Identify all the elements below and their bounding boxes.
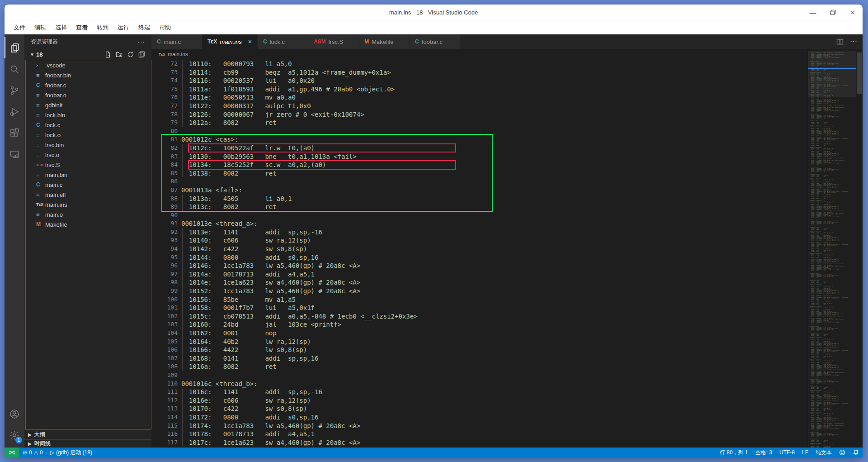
split-editor-icon[interactable]	[836, 38, 844, 45]
code-line-88[interactable]: 88 1013a: 4505 li a0,1	[151, 195, 808, 203]
code-line-82[interactable]: 82 1012c: 100522af lr.w t0,(a0)	[151, 144, 808, 152]
outline-panel-header[interactable]: ▶ 大纲	[24, 429, 151, 439]
menu-item-3[interactable]: 查看	[71, 22, 92, 33]
code-line-75[interactable]: 75 1011a: 1f018593 addi a1,gp,496 # 20ab…	[151, 85, 808, 94]
code-line-104[interactable]: 104 10162: 0001 nop	[151, 329, 808, 338]
scrollbar-slider[interactable]	[857, 52, 862, 94]
code-line-112[interactable]: 112 1016e: c606 sw ra,12(sp)	[151, 396, 808, 405]
activity-extensions[interactable]	[5, 122, 24, 143]
editor-more-icon[interactable]: ···	[850, 38, 857, 46]
code-line-86[interactable]: 86	[151, 177, 808, 186]
code-line-114[interactable]: 114 10172: 0800 addi s0,sp,16	[151, 413, 808, 422]
code-line-73[interactable]: 73 10114: cb99 beqz a5,1012a <frame_dumm…	[151, 68, 808, 77]
workspace-section-header[interactable]: ▼ 18	[24, 49, 151, 60]
new-folder-icon[interactable]	[116, 51, 123, 58]
restore-button[interactable]	[829, 9, 836, 16]
file-item-main.bin[interactable]: ≡main.bin	[26, 170, 151, 180]
menu-item-5[interactable]: 运行	[113, 22, 134, 33]
problems-indicator[interactable]: ⊘ 0 △ 0	[19, 448, 47, 457]
minimap[interactable]: 10110: 00000793 li a5,0 10114: cb99 beqz…	[808, 51, 856, 448]
file-item-lrsc.o[interactable]: ≡lrsc.o	[26, 150, 151, 160]
code-line-77[interactable]: 77 10122: 00000317 auipc t1,0x0	[151, 102, 808, 110]
explorer-more-icon[interactable]: ···	[137, 38, 145, 45]
code-line-103[interactable]: 103 10160: 24bd jal 103ce <printf>	[151, 320, 808, 329]
activity-run-debug[interactable]	[5, 101, 24, 122]
menu-item-4[interactable]: 转到	[92, 22, 113, 33]
code-line-94[interactable]: 94 10142: c422 sw s0,8(sp)	[151, 245, 808, 253]
code-line-74[interactable]: 74 10116: 00020537 lui a0,0x20	[151, 76, 808, 85]
code-view[interactable]: 72 10110: 00000793 li a5,073 10114: cb99…	[151, 60, 808, 448]
code-line-116[interactable]: 116 10178: 00178713 addi a4,a5,1	[151, 430, 808, 438]
title-bar[interactable]: main.ins - 18 - Visual Studio Code — ×	[5, 5, 863, 20]
file-item-lock.o[interactable]: ≡lock.o	[26, 130, 151, 140]
code-line-113[interactable]: 113 10170: c422 sw s0,8(sp)	[151, 405, 808, 413]
activity-explorer[interactable]	[5, 37, 24, 58]
tab-main.ins[interactable]: TᴇXmain.ins×	[202, 34, 258, 49]
code-line-76[interactable]: 76 1011e: 00050513 mv a0,a0	[151, 93, 808, 102]
code-line-87[interactable]: 870001013a <fail>:	[151, 186, 808, 195]
code-line-91[interactable]: 910001013e <thread_a>:	[151, 219, 808, 228]
code-line-109[interactable]: 109	[151, 371, 808, 380]
tab-foobar.c[interactable]: Cfoobar.c	[410, 34, 460, 49]
code-line-107[interactable]: 107 10168: 0141 addi sp,sp,16	[151, 354, 808, 363]
code-line-105[interactable]: 105 10164: 40b2 lw ra,12(sp)	[151, 338, 808, 346]
tab-main.c[interactable]: Cmain.c	[151, 34, 202, 49]
code-line-95[interactable]: 95 10144: 0800 addi s0,sp,16	[151, 253, 808, 262]
file-item-.vscode[interactable]: ›.vscode	[26, 60, 151, 70]
tab-close-icon[interactable]: ×	[248, 38, 252, 45]
file-item-lock.c[interactable]: Clock.c	[26, 120, 151, 130]
account-button[interactable]	[5, 403, 24, 424]
file-item-main.ins[interactable]: TᴇXmain.ins	[26, 200, 151, 210]
code-line-90[interactable]: 90	[151, 211, 808, 220]
file-item-foobar.bin[interactable]: ≡foobar.bin	[26, 70, 151, 80]
code-line-85[interactable]: 85 10138: 8082 ret	[151, 169, 808, 178]
code-line-93[interactable]: 93 10140: c606 sw ra,12(sp)	[151, 236, 808, 245]
remote-indicator[interactable]: ><	[5, 448, 19, 457]
activity-remote-explorer[interactable]	[5, 143, 24, 165]
code-line-117[interactable]: 117 1017c: 1ce1a623 sw a4,460(gp) # 20a8…	[151, 438, 808, 447]
feedback-button[interactable]	[835, 448, 849, 457]
file-item-foobar.c[interactable]: Cfoobar.c	[26, 80, 151, 90]
file-item-gdbinit[interactable]: ≡gdbinit	[26, 100, 151, 110]
status-right-item-4[interactable]: 纯文本	[812, 448, 835, 457]
minimap-slider[interactable]	[808, 51, 856, 97]
file-item-lrsc.bin[interactable]: ≡lrsc.bin	[26, 140, 151, 150]
status-right-item-1[interactable]: 空格: 3	[752, 448, 776, 457]
minimize-button[interactable]: —	[809, 9, 816, 16]
file-item-main.o[interactable]: ≡main.o	[26, 210, 151, 219]
status-right-item-2[interactable]: UTF-8	[776, 448, 798, 457]
menu-item-2[interactable]: 选择	[51, 22, 71, 33]
refresh-icon[interactable]	[127, 51, 134, 58]
file-item-lrsc.S[interactable]: ASMlrsc.S	[26, 160, 151, 170]
code-line-106[interactable]: 106 10166: 4422 lw s0,8(sp)	[151, 346, 808, 354]
code-line-81[interactable]: 810001012c <cas>:	[151, 135, 808, 144]
close-button[interactable]: ×	[849, 9, 856, 16]
code-line-89[interactable]: 89 1013c: 8082 ret	[151, 203, 808, 211]
code-line-101[interactable]: 101 10158: 0001f7b7 lui a5,0x1f	[151, 304, 808, 312]
code-line-83[interactable]: 83 10130: 00b29563 bne t0,a1,1013a <fail…	[151, 152, 808, 161]
code-line-111[interactable]: 111 1016c: 1141 addi sp,sp,-16	[151, 388, 808, 396]
code-line-97[interactable]: 97 1014a: 00178713 addi a4,a5,1	[151, 270, 808, 279]
file-item-Makefile[interactable]: MMakefile	[26, 219, 151, 229]
tab-lock.c[interactable]: Clock.c	[258, 34, 308, 49]
settings-button[interactable]: 1	[5, 424, 24, 446]
code-line-100[interactable]: 100 10156: 85be mv a1,a5	[151, 295, 808, 304]
code-line-84[interactable]: 84 10134: 18c5252f sc.w a0,a2,(a0)	[151, 161, 808, 169]
code-line-96[interactable]: 96 10146: 1cc1a783 lw a5,460(gp) # 20a8c…	[151, 262, 808, 270]
status-right-item-3[interactable]: LF	[798, 448, 812, 457]
code-line-99[interactable]: 99 10152: 1cc1a783 lw a5,460(gp) # 20a8c…	[151, 287, 808, 295]
code-line-78[interactable]: 78 10126: 00000067 jr zero # 0 <exit-0x1…	[151, 110, 808, 119]
activity-source-control[interactable]	[5, 80, 24, 101]
timeline-panel-header[interactable]: ▶ 时间线	[24, 439, 151, 448]
menu-item-0[interactable]: 文件	[9, 22, 30, 33]
code-line-108[interactable]: 108 1016a: 8082 ret	[151, 362, 808, 371]
status-right-item-0[interactable]: 行 80，列 1	[716, 448, 752, 457]
file-item-lock.bin[interactable]: ≡lock.bin	[26, 110, 151, 120]
new-file-icon[interactable]	[104, 51, 111, 58]
collapse-all-icon[interactable]	[138, 51, 145, 58]
tab-Makefile[interactable]: MMakefile	[359, 34, 410, 49]
file-item-main.elf[interactable]: ≡main.elf	[26, 190, 151, 200]
code-line-92[interactable]: 92 1013e: 1141 addi sp,sp,-16	[151, 228, 808, 237]
code-line-115[interactable]: 115 10174: 1cc1a783 lw a5,460(gp) # 20a8…	[151, 422, 808, 430]
file-item-main.c[interactable]: Cmain.c	[26, 180, 151, 190]
